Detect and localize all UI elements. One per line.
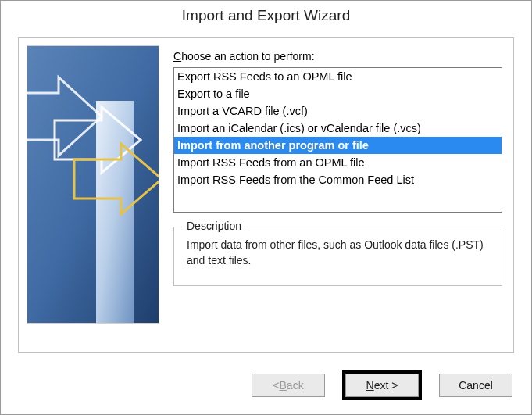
- action-list-item[interactable]: Import from another program or file: [174, 137, 502, 154]
- description-legend: Description: [182, 220, 246, 232]
- description-group: Description Import data from other files…: [173, 227, 502, 286]
- wizard-body: Choose an action to perform: Export RSS …: [18, 37, 514, 353]
- back-button[interactable]: < Back: [252, 374, 325, 397]
- action-list-item[interactable]: Import a VCARD file (.vcf): [174, 102, 502, 120]
- wizard-graphic: [27, 45, 159, 324]
- next-button[interactable]: Next >: [345, 374, 419, 397]
- action-list-item[interactable]: Import RSS Feeds from an OPML file: [174, 154, 502, 171]
- button-row: < Back Next > Cancel: [1, 360, 531, 414]
- wizard-window: Import and Export Wizard: [0, 0, 532, 415]
- description-text: Import data from other files, such as Ou…: [187, 237, 489, 268]
- action-list-item[interactable]: Import RSS Feeds from the Common Feed Li…: [174, 171, 502, 188]
- action-list-item[interactable]: Export RSS Feeds to an OPML file: [174, 68, 502, 85]
- action-listbox[interactable]: Export RSS Feeds to an OPML fileExport t…: [173, 67, 502, 213]
- window-title: Import and Export Wizard: [1, 1, 531, 32]
- action-list-item[interactable]: Import an iCalendar (.ics) or vCalendar …: [174, 120, 502, 137]
- svg-rect-1: [96, 101, 134, 324]
- action-list-item[interactable]: Export to a file: [174, 85, 502, 102]
- wizard-content: Choose an action to perform: Export RSS …: [169, 38, 513, 352]
- svg-rect-0: [27, 46, 159, 324]
- action-label: Choose an action to perform:: [173, 45, 502, 67]
- cancel-button[interactable]: Cancel: [439, 374, 512, 397]
- next-button-highlight: Next >: [342, 370, 422, 400]
